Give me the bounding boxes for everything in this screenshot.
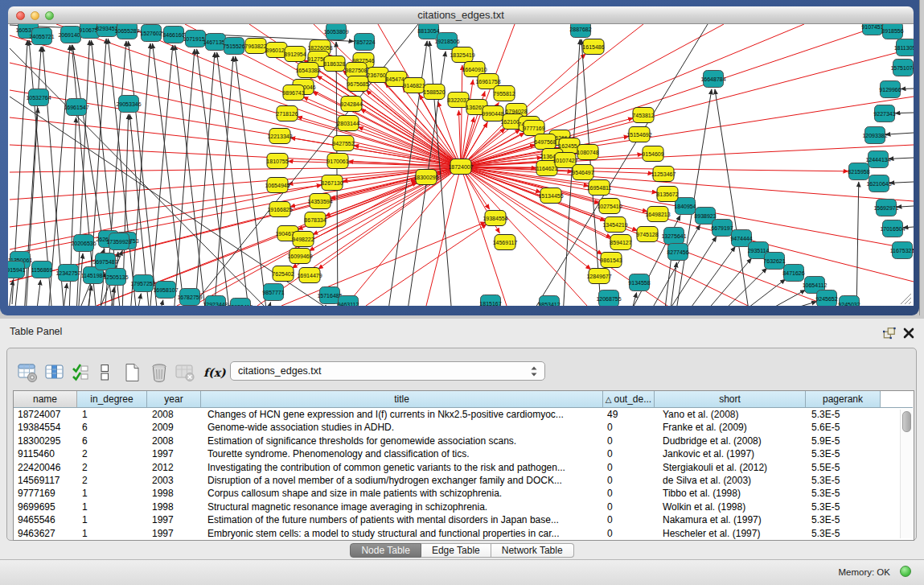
table-cell[interactable]: 1997 xyxy=(147,527,201,540)
function-builder-icon[interactable]: f(x) xyxy=(203,366,226,379)
table-row[interactable]: 969969511998Structural magnetic resonanc… xyxy=(14,501,914,513)
table-cell[interactable]: 2008 xyxy=(147,408,201,421)
table-cell[interactable]: Genome-wide association studies in ADHD. xyxy=(201,421,603,434)
table-row[interactable]: 2242004622012Investigating the contribut… xyxy=(14,461,914,474)
table-cell[interactable]: Jankovic et al. (1997) xyxy=(655,447,806,460)
table-cell[interactable]: 6 xyxy=(77,421,147,434)
table-scrollbar[interactable] xyxy=(900,410,912,538)
table-cell[interactable]: Embryonic stem cells: a model to study s… xyxy=(201,527,603,540)
table-cell[interactable]: 0 xyxy=(603,447,655,460)
table-cell[interactable]: 9777169 xyxy=(14,487,77,500)
network-canvas[interactable]: 1605377224055721206914069106754829345110… xyxy=(8,24,914,306)
table-cell[interactable]: Structural magnetic resonance image aver… xyxy=(201,501,603,513)
table-cell[interactable]: 1998 xyxy=(147,487,201,500)
create-column-icon[interactable] xyxy=(121,362,142,383)
table-cell[interactable]: 2009 xyxy=(147,421,201,434)
table-row[interactable]: 977716911998Corpus callosum shape and si… xyxy=(14,487,914,500)
table-cell[interactable]: 2012 xyxy=(147,461,201,474)
table-scrollbar-thumb[interactable] xyxy=(902,411,911,432)
table-cell[interactable]: Changes of HCN gene expression and I(f) … xyxy=(201,408,603,421)
table-row[interactable]: 1872400712008Changes of HCN gene express… xyxy=(14,408,914,421)
table-cell[interactable]: 2003 xyxy=(147,474,201,487)
table-cell[interactable]: 0 xyxy=(603,435,655,447)
table-row[interactable]: 1938455462009Genome-wide association stu… xyxy=(14,421,914,434)
column-header-year[interactable]: year xyxy=(147,391,201,408)
network-window-titlebar[interactable]: citations_edges.txt xyxy=(8,6,914,24)
table-cell[interactable]: 0 xyxy=(603,421,655,434)
table-cell[interactable]: 1 xyxy=(77,527,147,540)
table-cell[interactable]: 5.3E-5 xyxy=(806,513,881,526)
table-cell[interactable]: 5.6E-5 xyxy=(806,421,881,434)
table-cell[interactable]: 0 xyxy=(603,461,655,474)
table-cell[interactable]: 9463627 xyxy=(14,527,77,540)
table-cell[interactable]: Disruption of a novel member of a sodium… xyxy=(201,474,603,487)
table-cell[interactable]: 5.3E-5 xyxy=(806,474,881,487)
table-row[interactable]: 1830029562008Estimation of significance … xyxy=(14,435,914,447)
table-cell[interactable]: 6 xyxy=(77,435,147,447)
table-cell[interactable]: Investigating the contribution of common… xyxy=(201,461,603,474)
table-cell[interactable]: 0 xyxy=(603,474,655,487)
table-cell[interactable]: 5.9E-5 xyxy=(806,435,881,447)
column-header-name[interactable]: name xyxy=(14,391,77,408)
table-cell[interactable]: Tourette syndrome. Phenomenology and cla… xyxy=(201,447,603,460)
table-cell[interactable]: 9465546 xyxy=(14,513,77,526)
table-row[interactable]: 1456911722003Disruption of a novel membe… xyxy=(14,474,914,487)
table-cell[interactable]: 5.3E-5 xyxy=(806,408,881,421)
table-cell[interactable]: 9115460 xyxy=(14,447,77,460)
column-header-pagerank[interactable]: pagerank xyxy=(806,391,881,408)
table-cell[interactable]: 22420046 xyxy=(14,461,77,474)
table-row[interactable]: 946554611997Estimation of the future num… xyxy=(14,513,914,526)
tab-network-table[interactable]: Network Table xyxy=(491,543,574,558)
float-panel-icon[interactable] xyxy=(882,327,897,340)
table-cell[interactable]: 2008 xyxy=(147,435,201,447)
table-cell[interactable]: Yano et al. (2008) xyxy=(655,408,806,421)
table-cell[interactable]: 0 xyxy=(603,501,655,513)
table-cell[interactable]: 1 xyxy=(77,487,147,500)
table-cell[interactable]: 5.3E-5 xyxy=(806,487,881,500)
table-cell[interactable]: 2 xyxy=(77,461,147,474)
select-columns-icon[interactable] xyxy=(72,362,89,383)
table-cell[interactable]: 18300295 xyxy=(14,435,77,447)
column-header-out_de[interactable]: △out_de... xyxy=(603,391,655,408)
close-panel-icon[interactable] xyxy=(901,327,916,340)
table-row[interactable]: 911546021997Tourette syndrome. Phenomeno… xyxy=(14,447,914,460)
table-cell[interactable]: 1997 xyxy=(147,513,201,526)
table-cell[interactable]: Stergiakouli et al. (2012) xyxy=(655,461,806,474)
show-columns-icon[interactable] xyxy=(44,362,65,383)
tab-node-table[interactable]: Node Table xyxy=(350,543,421,558)
memory-status-indicator[interactable] xyxy=(900,566,911,577)
table-cell[interactable]: 0 xyxy=(603,487,655,500)
column-header-title[interactable]: title xyxy=(201,391,603,408)
table-cell[interactable]: 0 xyxy=(603,527,655,540)
table-cell[interactable]: 5.5E-5 xyxy=(806,461,881,474)
table-cell[interactable]: 2 xyxy=(77,474,147,487)
citation-network-graph[interactable]: 1605377224055721206914069106754829345110… xyxy=(8,24,914,306)
table-cell[interactable]: 5.3E-5 xyxy=(806,447,881,460)
table-cell[interactable]: Hescheler et al. (1997) xyxy=(655,527,806,540)
table-cell[interactable]: 1 xyxy=(77,408,147,421)
table-cell[interactable]: 1998 xyxy=(147,501,201,513)
table-cell[interactable]: 0 xyxy=(603,513,655,526)
table-cell[interactable]: de Silva et al. (2003) xyxy=(655,474,806,487)
table-cell[interactable]: Nakamura et al. (1997) xyxy=(655,513,806,526)
table-cell[interactable]: 1997 xyxy=(147,447,201,460)
table-cell[interactable]: Estimation of the future numbers of pati… xyxy=(201,513,603,526)
column-header-in_degree[interactable]: in_degree xyxy=(77,391,147,408)
table-selector-dropdown[interactable]: citations_edges.txt xyxy=(230,361,545,381)
table-cell[interactable]: 5.3E-5 xyxy=(806,527,881,540)
table-row[interactable]: 946362711997Embryonic stem cells: a mode… xyxy=(14,527,914,540)
table-cell[interactable]: Dudbridge et al. (2008) xyxy=(655,435,806,447)
table-cell[interactable]: Franke et al. (2009) xyxy=(655,421,806,434)
table-cell[interactable]: Wolkin et al. (1998) xyxy=(655,501,806,513)
table-cell[interactable]: Estimation of significance thresholds fo… xyxy=(201,435,603,447)
table-mode-icon[interactable] xyxy=(17,362,38,383)
table-cell[interactable]: 5.3E-5 xyxy=(806,501,881,513)
table-cell[interactable]: 1 xyxy=(77,501,147,513)
table-cell[interactable]: 2 xyxy=(77,447,147,460)
column-header-short[interactable]: short xyxy=(655,391,806,408)
delete-columns-trash-icon[interactable] xyxy=(149,362,170,383)
tab-edge-table[interactable]: Edge Table xyxy=(421,543,491,558)
table-cell[interactable]: Tibbo et al. (1998) xyxy=(655,487,806,500)
table-cell[interactable]: 18724007 xyxy=(14,408,77,421)
table-cell[interactable]: 49 xyxy=(603,408,655,421)
